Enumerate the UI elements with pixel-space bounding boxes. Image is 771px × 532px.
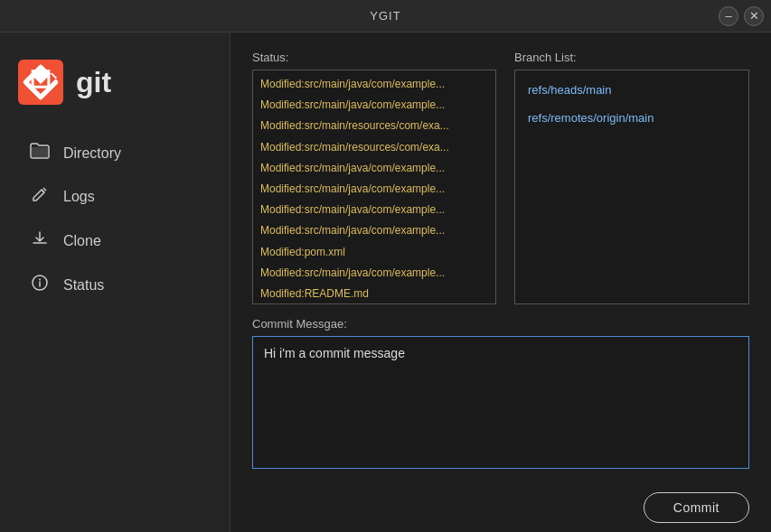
branch-list[interactable]: refs/heads/mainrefs/remotes/origin/main	[514, 70, 749, 304]
sidebar-item-clone-label: Clone	[63, 233, 101, 249]
status-label: Status:	[252, 51, 496, 64]
status-list-item: Modified:src/main/java/com/example...	[253, 158, 495, 179]
branch-list-item[interactable]: refs/heads/main	[515, 76, 748, 104]
git-label: git	[76, 66, 111, 99]
sidebar-item-directory-label: Directory	[63, 145, 121, 162]
logo-area: git	[0, 51, 230, 132]
minimize-button[interactable]: –	[719, 6, 738, 26]
bottom-bar: Commit	[230, 483, 771, 532]
status-list-item: Modified:pom.xml	[253, 242, 495, 263]
status-list-item: Modified:src/main/resources/com/exa...	[253, 137, 495, 158]
status-list-item: Modified:src/main/java/com/example...	[253, 179, 495, 200]
close-button[interactable]: ✕	[744, 6, 764, 26]
branch-label: Branch List:	[514, 51, 749, 64]
git-icon	[18, 60, 63, 105]
status-list-item: Modified:README.md	[253, 284, 495, 304]
status-list-item: Modified:src/main/java/com/example...	[253, 263, 495, 284]
sidebar-item-status[interactable]: Status	[7, 263, 222, 307]
commit-message-input[interactable]	[252, 336, 749, 469]
status-list[interactable]: Modified:src/main/java/com/example...Mod…	[252, 70, 496, 304]
svg-rect-1	[31, 147, 49, 158]
sidebar-item-directory[interactable]: Directory	[7, 132, 222, 174]
sidebar-item-logs[interactable]: Logs	[7, 174, 222, 219]
titlebar: YGIT – ✕	[0, 0, 771, 33]
commit-message-label: Commit Messgae:	[252, 317, 749, 331]
sidebar-item-clone[interactable]: Clone	[7, 219, 222, 263]
download-icon	[29, 229, 51, 252]
window-title: YGIT	[370, 9, 400, 23]
edit-icon	[29, 185, 51, 208]
status-section: Status: Modified:src/main/java/com/examp…	[252, 51, 496, 304]
sidebar-item-status-label: Status	[63, 277, 104, 294]
status-list-item: Modified:src/main/resources/com/exa...	[253, 116, 495, 136]
status-list-item: Modified:src/main/java/com/example...	[253, 200, 495, 220]
sidebar-item-logs-label: Logs	[63, 189, 95, 205]
status-list-item: Modified:src/main/java/com/example...	[253, 95, 495, 116]
branch-list-item[interactable]: refs/remotes/origin/main	[515, 104, 748, 132]
svg-point-3	[39, 279, 41, 281]
main-layout: git Directory Logs	[0, 33, 771, 532]
content-area: Status: Modified:src/main/java/com/examp…	[230, 33, 771, 483]
window-controls: – ✕	[719, 6, 764, 26]
sidebar: git Directory Logs	[0, 33, 230, 532]
commit-section: Commit Messgae:	[252, 317, 749, 469]
status-list-item: Modified:src/main/java/com/example...	[253, 220, 495, 241]
branch-section: Branch List: refs/heads/mainrefs/remotes…	[514, 51, 749, 304]
commit-button[interactable]: Commit	[644, 492, 749, 523]
top-row: Status: Modified:src/main/java/com/examp…	[252, 51, 749, 304]
status-list-item: Modified:src/main/java/com/example...	[253, 74, 495, 95]
folder-icon	[29, 143, 51, 163]
info-icon	[29, 274, 51, 296]
